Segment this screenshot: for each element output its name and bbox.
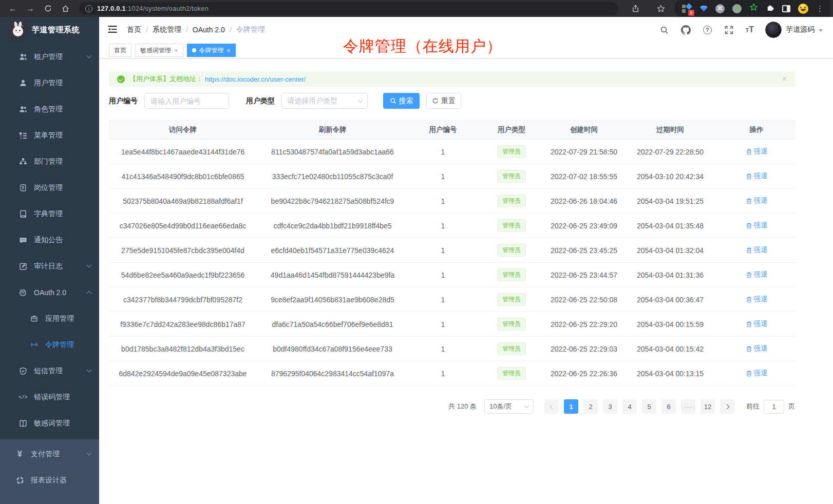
user-type-badge: 管理员 [497, 367, 526, 379]
page-button-6[interactable]: 6 [661, 399, 676, 414]
breadcrumb-system[interactable]: 系统管理 [153, 25, 181, 34]
puzzle-extensions-icon[interactable] [766, 3, 774, 14]
user-type-select[interactable]: 请选择用户类型 [281, 93, 368, 109]
collapse-sidebar-icon[interactable] [107, 24, 119, 35]
pagination: 共 120 条 10条/页 1 2 3 4 5 6 ··· 12 [109, 399, 795, 414]
token-icon [30, 340, 39, 349]
sidebar-item-audit[interactable]: 审计日志 [0, 253, 99, 279]
prev-page-button[interactable] [544, 399, 559, 414]
sidebar-item-errcode[interactable]: </> 错误码管理 [0, 384, 99, 410]
page-button-2[interactable]: 2 [583, 399, 598, 414]
next-page-button[interactable] [720, 399, 734, 414]
sidebar-item-dept[interactable]: 部门管理 [0, 148, 99, 175]
force-logout-button[interactable]: 强退 [746, 369, 768, 378]
tab-token-management[interactable]: 令牌管理 × [187, 44, 236, 57]
report-icon [15, 476, 24, 484]
force-logout-button[interactable]: 强退 [746, 147, 768, 156]
page-button-4[interactable]: 4 [622, 399, 637, 414]
breadcrumb-oauth[interactable]: OAuth 2.0 [193, 26, 225, 34]
force-logout-button[interactable]: 强退 [746, 344, 768, 353]
star-extension-icon[interactable] [749, 3, 758, 14]
tab-sensitive-words[interactable]: 敏感词管理 × [135, 44, 183, 57]
col-expires: 过期时间 [622, 121, 718, 140]
forward-icon[interactable]: → [24, 2, 37, 15]
chevron-down-icon [87, 53, 92, 59]
navbar-tools: ? TT 芋道源码 [659, 22, 823, 38]
user-id-input[interactable] [144, 93, 229, 109]
user-type-badge: 管理员 [497, 219, 526, 231]
fullscreen-icon[interactable] [724, 25, 734, 35]
page-size-select[interactable]: 10条/页 [484, 399, 534, 414]
annotation-text: 令牌管理（在线用户） [343, 36, 502, 57]
sidebar-item-user[interactable]: 用户管理 [0, 70, 99, 96]
browser-menu-icon[interactable]: ⋮ [816, 4, 824, 13]
sidebar-item-menu[interactable]: 菜单管理 [0, 122, 99, 148]
font-size-icon[interactable]: TT [745, 25, 754, 34]
sidebar-item-sensitive[interactable]: 敏感词管理 [0, 410, 99, 436]
sidebar-item-post[interactable]: 岗位管理 [0, 175, 99, 201]
search-button[interactable]: 搜索 [383, 93, 420, 109]
force-logout-button[interactable]: 强退 [746, 171, 768, 181]
search-icon[interactable] [659, 25, 669, 35]
info-icon[interactable]: i [85, 5, 92, 12]
back-icon[interactable]: ← [6, 2, 20, 15]
extension-badge: 9 [688, 10, 694, 16]
force-logout-button[interactable]: 强退 [746, 245, 768, 255]
dict-icon [18, 209, 27, 218]
goto-page-input[interactable] [764, 400, 784, 414]
sidebar-item-role[interactable]: 角色管理 [0, 96, 99, 122]
sidebar-item-notice[interactable]: 通知公告 [0, 227, 99, 253]
sidebar-item-oauth-app[interactable]: 应用管理 [0, 305, 99, 332]
chevron-down-icon [358, 98, 363, 103]
sidebar-item-pay[interactable]: ¥ 支付管理 [0, 441, 99, 467]
breadcrumb-home[interactable]: 首页 [127, 25, 141, 34]
app-logo-row[interactable]: 芋道管理系统 [0, 17, 99, 43]
alert-close-icon[interactable]: × [782, 75, 787, 83]
alert-text: 【用户体系】文档地址： [129, 74, 203, 84]
sidebar-item-report[interactable]: 报表设计器 [0, 467, 99, 493]
force-logout-button[interactable]: 强退 [746, 319, 768, 328]
page-button-3[interactable]: 3 [603, 399, 617, 414]
force-logout-button[interactable]: 强退 [746, 221, 768, 230]
page-button-12[interactable]: 12 [701, 399, 715, 414]
help-icon[interactable]: ? [702, 25, 712, 35]
sidebar-item-oauth-token[interactable]: 令牌管理 [0, 332, 99, 358]
main-area: 令牌管理（在线用户） 首页 / 系统管理 / OAuth 2.0 / 令牌管理 [99, 17, 833, 504]
extensions-panel: 9 ⌘ ⋮ [675, 0, 830, 17]
recorder-extension-icon[interactable] [732, 4, 742, 13]
user-menu[interactable]: 芋道源码 [765, 22, 823, 38]
gem-extension-icon[interactable] [700, 5, 708, 12]
sensitive-icon [18, 419, 27, 428]
screen: ← → i 127.0.0.1:1024/system/oauth2/token [0, 0, 833, 504]
bookmark-star-icon[interactable] [654, 2, 668, 15]
sidebar-item-tenant[interactable]: 租户管理 [0, 44, 99, 70]
force-logout-button[interactable]: 强退 [746, 270, 768, 279]
success-check-icon [117, 75, 125, 83]
github-icon[interactable] [680, 25, 691, 35]
reset-button[interactable]: 重置 [426, 93, 461, 109]
tab-home[interactable]: 首页 [109, 44, 131, 57]
role-icon [18, 105, 27, 113]
share-icon[interactable] [629, 2, 642, 15]
extension-grid-icon[interactable]: 9 [682, 4, 692, 13]
url-bar[interactable]: i 127.0.0.1:1024/system/oauth2/token [79, 2, 618, 15]
command-extension-icon[interactable]: ⌘ [715, 4, 725, 13]
page-button-1[interactable]: 1 [564, 399, 578, 414]
more-pages-button[interactable]: ··· [681, 399, 695, 414]
page-button-5[interactable]: 5 [642, 399, 656, 414]
close-icon[interactable]: × [174, 47, 178, 54]
force-logout-button[interactable]: 强退 [746, 295, 768, 304]
sidebar-item-dict[interactable]: 字典管理 [0, 201, 99, 227]
force-logout-button[interactable]: 强退 [746, 196, 768, 205]
app-icon [30, 314, 39, 323]
reload-icon[interactable] [41, 2, 54, 15]
doc-link[interactable]: https://doc.iocoder.cn/user-center/ [205, 75, 306, 83]
user-avatar [765, 22, 782, 38]
profile-avatar[interactable] [798, 4, 808, 14]
pay-icon: ¥ [15, 450, 24, 458]
side-panel-icon[interactable] [782, 5, 790, 12]
home-icon[interactable] [59, 2, 72, 15]
sidebar-item-sms[interactable]: 短信管理 [0, 358, 99, 384]
close-icon[interactable]: × [227, 47, 231, 54]
sidebar-item-oauth[interactable]: OAuth 2.0 [0, 279, 99, 305]
